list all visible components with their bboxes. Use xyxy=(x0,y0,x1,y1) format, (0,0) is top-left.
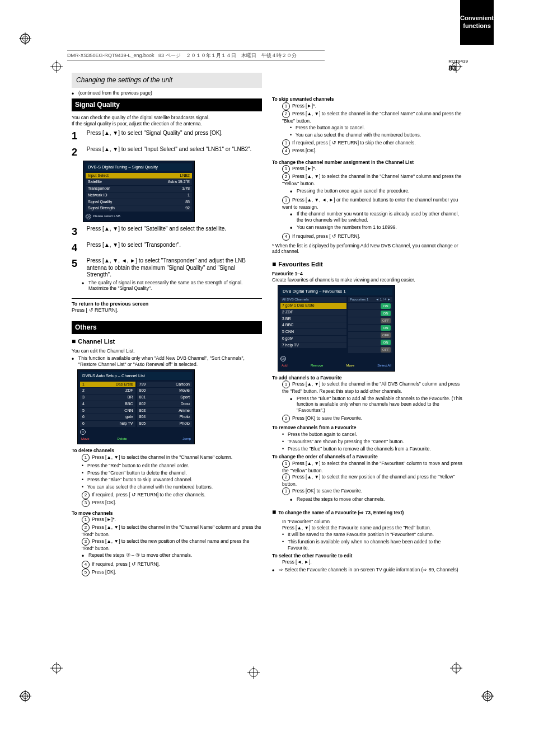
toggle-on-icon: ON xyxy=(381,340,391,345)
registration-mark-bottom-center xyxy=(247,666,281,700)
screen-title: DVB-S Digital Tuning – Signal Quality xyxy=(86,163,192,171)
toggle-off-icon: OFF xyxy=(381,318,391,323)
toggle-on-icon: ON xyxy=(381,303,391,309)
to-change-name-head: ■To change the name of a Favourite (⇨ 73… xyxy=(272,508,462,516)
registration-mark-top-left xyxy=(19,32,53,66)
page-number: RQT9439 83 xyxy=(448,59,468,73)
continued-note: • (continued from the previous page) xyxy=(72,90,262,97)
toggle-off-icon: OFF xyxy=(381,332,391,338)
pager-indicator: ◄ 1 / 4 ► xyxy=(376,298,391,302)
favourites-screen: DVB Digital Tuning – Favourites 1 All DV… xyxy=(278,285,395,371)
screen-title: DVB Digital Tuning – Favourites 1 xyxy=(280,288,392,295)
sq-step-4: 4 Press [▲, ▼] to select "Transponder". xyxy=(72,242,262,255)
to-move-head: To move channels xyxy=(72,510,113,516)
channel-list-subhead: ■Channel List xyxy=(72,337,262,346)
left-column: Changing the settings of the unit • (con… xyxy=(72,73,262,576)
signal-quality-line2: If the signal quality is poor, adjust th… xyxy=(72,121,262,127)
registration-mark-bottom-left xyxy=(19,690,53,724)
side-tab: Convenient functions xyxy=(460,0,494,45)
registration-mark-inner-br xyxy=(450,662,484,696)
favourites-edit-subhead: ■Favourites Edit xyxy=(272,260,462,269)
section-heading-others: Others xyxy=(72,321,262,334)
signal-quality-intro: You can check the quality of the digital… xyxy=(72,115,262,121)
header-pageinfo: 83 ページ ２０１０年１月１４日 木曜日 午後４時２０分 xyxy=(158,53,297,58)
toggle-off-icon: OFF xyxy=(381,347,391,353)
toggle-on-icon: ON xyxy=(381,325,391,331)
sq-step-5: 5 Press [▲, ▼, ◄, ►] to select "Transpon… xyxy=(72,257,262,279)
hint-icon: ⟳ xyxy=(80,429,86,435)
star-note: * When the list is displayed by performi… xyxy=(272,243,462,255)
to-skip-head: To skip unwanted channels xyxy=(272,96,334,102)
sq-step-2: 2 Press [▲, ▼] to select "Input Select" … xyxy=(72,146,262,159)
registration-mark-inner-bl xyxy=(50,662,84,696)
sq-step-3: 3 Press [▲, ▼] to select "Satellite" and… xyxy=(72,226,262,238)
section-title-band: Changing the settings of the unit xyxy=(72,73,262,88)
ok-icon: OK xyxy=(86,214,91,219)
to-select-other-head: To select the other Favourite to edit xyxy=(272,553,352,558)
toggle-on-icon: ON xyxy=(381,311,391,316)
to-change-number-head: To change the channel number assignment … xyxy=(272,159,414,165)
registration-mark-bottom-right xyxy=(481,690,515,724)
section-heading-signal-quality: Signal Quality xyxy=(72,98,262,111)
to-add-head: To add channels to a Favourite xyxy=(272,375,342,381)
channel-list-note: • This function is available only when "… xyxy=(72,355,262,367)
channel-list-screen: DVB-S Auto Setup – Channel List 1Das Ers… xyxy=(77,369,195,444)
ok-icon: OK xyxy=(280,356,286,361)
header-filename: DMR-XS350EG-RQT9439-L_eng.book xyxy=(67,53,154,58)
signal-quality-screen: DVB-S Digital Tuning – Signal Quality In… xyxy=(83,161,195,222)
sq-step-1: 1 Press [▲, ▼] to select "Signal Quality… xyxy=(72,130,262,143)
right-column: To skip unwanted channels 1Press [►]*. 2… xyxy=(272,73,462,575)
to-return-block: To return to the previous screen Press [… xyxy=(72,298,262,314)
to-change-order-head: To change the order of channels of a Fav… xyxy=(272,454,378,459)
print-header: DMR-XS350EG-RQT9439-L_eng.book 83 ページ ２０… xyxy=(67,53,325,59)
sq-post-bullet: • The quality of signal is not necessari… xyxy=(72,280,262,292)
to-delete-head: To delete channels xyxy=(72,448,114,453)
screen-title: DVB-S Auto Setup – Channel List xyxy=(80,372,192,379)
to-remove-head: To remove channels from a Favourite xyxy=(272,425,357,430)
channel-list-intro: You can edit the Channel List. xyxy=(72,348,262,354)
